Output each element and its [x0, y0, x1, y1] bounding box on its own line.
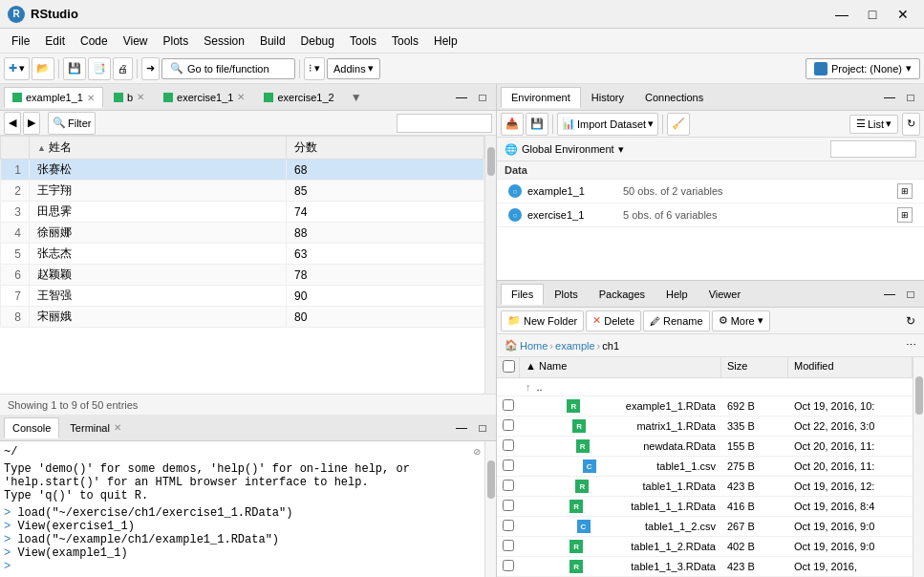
tab-files[interactable]: Files: [501, 284, 544, 305]
menu-view[interactable]: View: [116, 32, 156, 50]
save-button[interactable]: 💾: [63, 57, 86, 80]
files-content[interactable]: ▲ Name Size Modified ↑ .. R example: [497, 357, 913, 577]
tab-terminal[interactable]: Terminal ✕: [61, 417, 130, 438]
menu-file[interactable]: File: [4, 32, 37, 50]
tab-console[interactable]: Console: [4, 417, 59, 438]
file-checkbox-1[interactable]: [497, 417, 520, 436]
goto-file-button[interactable]: 🔍 Go to file/function: [161, 58, 295, 79]
tab-terminal-close[interactable]: ✕: [114, 422, 121, 433]
tab-close-1[interactable]: ✕: [87, 93, 95, 103]
file-checkbox-7[interactable]: [497, 537, 520, 556]
maximize-console-button[interactable]: □: [473, 419, 492, 437]
maximize-button[interactable]: □: [859, 4, 886, 25]
forward-button[interactable]: ▶: [23, 112, 40, 135]
file-row[interactable]: R table1_1_3.RData 423 B Oct 19, 2016,: [497, 557, 913, 577]
minimize-files-button[interactable]: —: [880, 286, 899, 303]
minimize-button[interactable]: ―: [828, 4, 855, 25]
minimize-env-button[interactable]: —: [880, 89, 899, 106]
file-checkbox-4[interactable]: [497, 477, 520, 496]
parent-dir-row[interactable]: ↑ ..: [497, 378, 913, 396]
minimize-editor-button[interactable]: —: [452, 89, 471, 106]
tab-exercise1-1[interactable]: exercise1_1 ✕: [155, 87, 253, 108]
editor-scrollbar[interactable]: [484, 136, 496, 394]
tab-overflow-icon[interactable]: ▼: [345, 89, 368, 106]
load-env-button[interactable]: 📥: [501, 113, 524, 136]
new-folder-button[interactable]: 📁 New Folder: [501, 310, 584, 331]
menu-code[interactable]: Code: [73, 32, 116, 50]
file-row[interactable]: R table1_1_2.RData 402 B Oct 19, 2016, 9…: [497, 537, 913, 557]
tab-history[interactable]: History: [581, 87, 634, 108]
list-dropdown[interactable]: ☰ List ▾: [849, 115, 898, 134]
env-expand-2[interactable]: ⊞: [897, 207, 913, 223]
refresh-env-button[interactable]: ↻: [902, 113, 920, 136]
files-overflow-icon[interactable]: ⋯: [906, 339, 916, 352]
menu-debug[interactable]: Debug: [293, 32, 342, 50]
file-checkbox-0[interactable]: [497, 396, 520, 416]
file-row[interactable]: R newdata.RData 155 B Oct 20, 2016, 11:: [497, 437, 913, 457]
env-search-input[interactable]: [830, 140, 916, 158]
file-row[interactable]: C table1_1_2.csv 267 B Oct 19, 2016, 9:0: [497, 517, 913, 537]
file-checkbox-3[interactable]: [497, 457, 520, 476]
menu-build[interactable]: Build: [252, 32, 293, 50]
addins-button[interactable]: Addins ▾: [327, 58, 380, 79]
project-button[interactable]: Project: (None) ▾: [806, 58, 920, 79]
breadcrumb-example[interactable]: example: [555, 340, 595, 352]
console-output[interactable]: ~/⊘ Type 'demo()' for some demos, 'help(…: [0, 441, 484, 577]
maximize-env-button[interactable]: □: [901, 89, 920, 106]
tab-packages[interactable]: Packages: [589, 284, 655, 305]
delete-button[interactable]: ✕ Delete: [586, 310, 641, 331]
tab-b[interactable]: b ✕: [105, 87, 153, 108]
file-checkbox-6[interactable]: [497, 517, 520, 536]
tab-close-3[interactable]: ✕: [237, 92, 245, 102]
menu-help[interactable]: Help: [426, 32, 465, 50]
file-checkbox-2[interactable]: [497, 437, 520, 456]
maximize-files-button[interactable]: □: [901, 286, 920, 303]
file-row[interactable]: R matrix1_1.RData 335 B Oct 22, 2016, 3:…: [497, 417, 913, 437]
minimize-console-button[interactable]: —: [452, 419, 471, 437]
tab-environment[interactable]: Environment: [501, 87, 581, 108]
editor-search-input[interactable]: [397, 114, 492, 133]
more-button[interactable]: ⚙ More ▾: [712, 310, 770, 331]
data-table-container[interactable]: ▲ 姓名 分数 1 张赛松 68 2 王宇翔 85: [0, 136, 484, 394]
save-env-button[interactable]: 💾: [526, 113, 548, 136]
back-button[interactable]: ◀: [4, 112, 21, 135]
menu-edit[interactable]: Edit: [37, 32, 73, 50]
file-row[interactable]: R table1_1_1.RData 416 B Oct 19, 2016, 8…: [497, 497, 913, 517]
menu-session[interactable]: Session: [196, 32, 252, 50]
goto-arrow-btn[interactable]: ➜: [141, 57, 160, 80]
file-checkbox-5[interactable]: [497, 497, 520, 516]
files-scrollbar[interactable]: [913, 357, 924, 577]
tab-help[interactable]: Help: [655, 284, 698, 305]
tab-close-2[interactable]: ✕: [137, 92, 144, 102]
file-checkbox-8[interactable]: [497, 557, 520, 576]
open-file-button[interactable]: 📂: [32, 57, 54, 80]
close-button[interactable]: ✕: [890, 4, 916, 25]
select-all-checkbox[interactable]: [503, 360, 515, 373]
save-all-button[interactable]: 📑: [88, 57, 111, 80]
tab-connections[interactable]: Connections: [634, 87, 714, 108]
menu-tools[interactable]: Tools: [384, 32, 426, 50]
breadcrumb-home[interactable]: Home: [520, 340, 548, 352]
cmd-prompt[interactable]: >: [4, 560, 481, 573]
menu-plots[interactable]: Plots: [156, 32, 197, 50]
new-file-button[interactable]: ✚ ▾: [4, 57, 30, 80]
print-button[interactable]: 🖨: [113, 57, 133, 80]
clear-env-button[interactable]: 🧹: [667, 113, 690, 136]
console-scrollbar[interactable]: [484, 441, 496, 577]
col-header-score[interactable]: 分数: [286, 137, 483, 160]
file-row[interactable]: C table1_1.csv 275 B Oct 20, 2016, 11:: [497, 457, 913, 477]
tab-exercise1-2[interactable]: exercise1_2: [255, 87, 342, 108]
refresh-files-button[interactable]: ↻: [901, 312, 920, 330]
grid-button[interactable]: ⁝▾: [304, 57, 325, 80]
col-header-name[interactable]: ▲ 姓名: [30, 137, 287, 160]
tab-viewer[interactable]: Viewer: [698, 284, 751, 305]
find-button[interactable]: 🔍 Filter: [48, 112, 96, 135]
import-dataset-button[interactable]: 📊 Import Dataset ▾: [557, 113, 658, 136]
menu-profile[interactable]: Tools: [342, 32, 384, 50]
file-row[interactable]: R table1_1.RData 423 B Oct 19, 2016, 12:: [497, 477, 913, 497]
maximize-editor-button[interactable]: □: [473, 89, 492, 106]
tab-plots[interactable]: Plots: [544, 284, 588, 305]
tab-example1-1[interactable]: example1_1 ✕: [4, 87, 103, 108]
env-expand-1[interactable]: ⊞: [897, 183, 913, 199]
file-row[interactable]: R example1_1.RData 692 B Oct 19, 2016, 1…: [497, 396, 913, 417]
